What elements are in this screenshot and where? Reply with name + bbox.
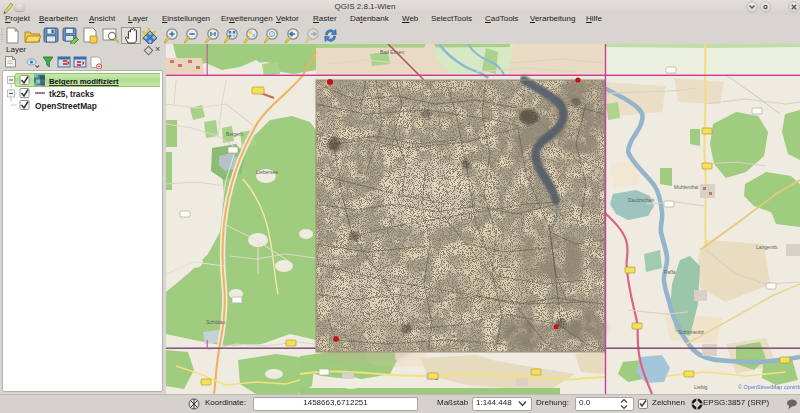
svg-text:Schildau: Schildau (206, 319, 225, 325)
svg-text:Bad Essen: Bad Essen (380, 49, 404, 55)
svg-text:Langenrb.: Langenrb. (756, 244, 779, 250)
svg-text:tk25, tracks: tk25, tracks (49, 90, 95, 99)
svg-text:Belgern: Belgern (226, 131, 243, 137)
svg-text:Dautzschen: Dautzschen (628, 197, 655, 203)
svg-text:Liebig: Liebig (694, 384, 708, 390)
svg-text:Paffa: Paffa (664, 269, 676, 275)
svg-text:Liebersee: Liebersee (256, 169, 278, 175)
svg-text:Schirmenitz: Schirmenitz (678, 329, 705, 335)
svg-text:OpenStreetMap: OpenStreetMap (35, 101, 97, 111)
svg-text:Belgern modifiziert: Belgern modifiziert (49, 77, 119, 86)
svg-text:© OpenStreetMap contributors: © OpenStreetMap contributors (738, 384, 800, 390)
svg-text:Muhlenthal: Muhlenthal (674, 184, 698, 190)
